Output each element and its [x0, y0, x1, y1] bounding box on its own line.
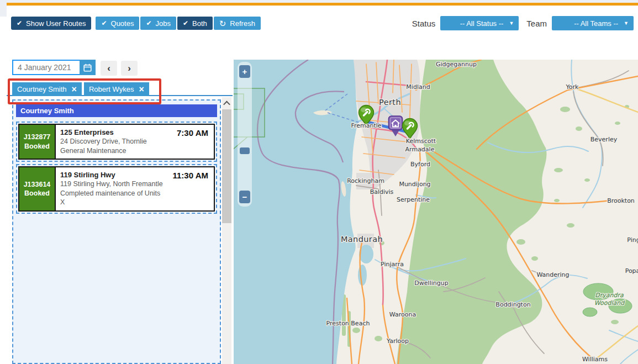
job-card-j133614[interactable]: J133614 Booked 119 Stirling Hwy 119 Stir… — [18, 166, 215, 212]
show-user-routes-button[interactable]: ✔ Show User Routes — [11, 17, 91, 30]
chevron-up-icon — [223, 101, 230, 108]
job-card-j132877[interactable]: J132877 Booked 125 Enterprises 24 Discov… — [18, 124, 215, 160]
check-icon: ✔ — [101, 20, 107, 27]
map-label-preston-beach: Preston Beach — [326, 320, 370, 327]
status-dropdown-value: -- All Status -- — [460, 19, 504, 28]
close-icon[interactable]: × — [72, 85, 77, 94]
user-chip-courtney-smith[interactable]: Courtney Smith × — [12, 82, 82, 96]
map-label-baldivis: Baldivis — [370, 188, 394, 196]
check-icon: ✔ — [183, 20, 188, 27]
both-label: Both — [192, 19, 207, 28]
show-user-routes-label: Show User Routes — [26, 19, 86, 28]
chevron-down-icon: ▼ — [509, 20, 514, 26]
close-icon[interactable]: × — [139, 85, 144, 94]
map-label-waroona: Waroona — [389, 311, 416, 318]
map-label-boddington: Boddington — [495, 301, 530, 308]
map-label-fremantle: Fremantle — [351, 122, 381, 129]
map-harvey-estuary — [358, 265, 367, 286]
map-label-gidgegannup: Gidgegannup — [436, 61, 477, 68]
map-tiles: GidgegannupMidlandPerthFremantleKelmscot… — [234, 60, 638, 364]
jobs-label: Jobs — [156, 19, 171, 28]
user-chip-robert-wykes[interactable]: Robert Wykes × — [84, 82, 149, 96]
refresh-button[interactable]: ↻ Refresh — [214, 17, 261, 30]
job-title: 125 Enterprises — [60, 128, 170, 137]
map-label-armadale: Armadale — [405, 146, 435, 153]
team-dropdown-value: -- All Teams -- — [574, 19, 618, 28]
quotes-jobs-toggle-group: ✔ Quotes ✔ Jobs ✔ Both ↻ Refresh — [96, 17, 260, 30]
map-label-dryandra: Dryandra — [595, 292, 624, 299]
map-label-yarloop: Yarloop — [386, 337, 409, 345]
dispatch-scheduler-page: ✔ Show User Routes ✔ Quotes ✔ Jobs ✔ Bot… — [0, 0, 638, 364]
team-dropdown[interactable]: -- All Teams -- ▼ — [552, 16, 634, 30]
page-left-edge — [0, 0, 7, 17]
job-time: 7:30 AM — [175, 125, 214, 159]
user-chip-label: Courtney Smith — [17, 85, 67, 93]
quotes-toggle-button[interactable]: ✔ Quotes — [96, 17, 139, 30]
job-status-badge: J132877 Booked — [19, 125, 56, 159]
refresh-label: Refresh — [230, 19, 255, 28]
map-zoom-control: + − — [238, 62, 252, 207]
previous-day-button[interactable]: ‹ — [101, 61, 117, 76]
map-label-rockingham: Rockingham — [347, 177, 384, 184]
refresh-icon: ↻ — [219, 19, 226, 28]
map-label-york: York — [566, 83, 579, 91]
status-label: Status — [412, 19, 436, 28]
chevron-right-icon: › — [128, 63, 131, 74]
user-group-header: Courtney Smith — [16, 104, 217, 117]
job-time: 11:30 AM — [171, 167, 214, 210]
map-label-wandering: Wandering — [536, 271, 569, 278]
job-description: Completed maintenance of Units X — [60, 189, 166, 207]
job-card-body: 119 Stirling Hwy 119 Stirling Hwy, North… — [56, 167, 171, 210]
scrollbar-thumb[interactable] — [222, 109, 231, 223]
quotes-label: Quotes — [111, 19, 134, 28]
job-drop-zone: Courtney Smith J132877 Booked 125 Enterp… — [12, 99, 221, 364]
job-description: General Maintenance — [60, 146, 170, 156]
job-address: 119 Stirling Hwy, North Fremantle — [60, 180, 166, 189]
check-icon: ✔ — [17, 20, 22, 27]
zoom-out-button[interactable]: − — [239, 191, 250, 203]
user-filter-chips: Courtney Smith × Robert Wykes × — [12, 82, 149, 96]
job-status-badge: J133614 Booked — [19, 167, 56, 210]
job-id: J132877 — [20, 133, 54, 141]
map-label-byford: Byford — [410, 161, 430, 168]
map-label-serpentine: Serpentine — [397, 196, 430, 203]
job-status: Booked — [20, 189, 54, 198]
map-label-brookton: Brookton — [607, 197, 635, 204]
toolbar-filters: Status -- All Status -- ▼ Team -- All Te… — [412, 16, 634, 30]
job-list-scrollbar[interactable] — [222, 97, 231, 364]
job-address: 24 Discovery Drive, Thornlie — [60, 137, 170, 146]
zoom-slider-handle[interactable] — [240, 147, 250, 154]
job-card-body: 125 Enterprises 24 Discovery Drive, Thor… — [56, 125, 175, 159]
calendar-icon — [83, 64, 92, 72]
team-label: Team — [526, 19, 547, 28]
calendar-button[interactable] — [80, 60, 96, 75]
brand-accent-bar — [7, 3, 638, 6]
date-input[interactable] — [12, 60, 80, 75]
map-label-perth: Perth — [379, 98, 401, 107]
map-canvas[interactable]: GidgegannupMidlandPerthFremantleKelmscot… — [234, 60, 638, 364]
next-day-button[interactable]: › — [121, 61, 138, 76]
chevron-left-icon: ‹ — [107, 63, 110, 74]
map-label-ping: Ping — [627, 236, 638, 244]
map-label-woodland: Woodland — [594, 299, 625, 307]
map-label-pinjarra: Pinjarra — [381, 261, 404, 268]
zoom-in-button[interactable]: + — [239, 65, 250, 78]
map-label-popa: Popa — [625, 267, 638, 275]
map-label-kelmscott: Kelmscott — [406, 138, 436, 145]
job-title: 119 Stirling Hwy — [60, 170, 166, 180]
map-label-mandurah: Mandurah — [341, 235, 383, 244]
status-dropdown[interactable]: -- All Status -- ▼ — [440, 16, 519, 30]
map-label-midland: Midland — [406, 83, 430, 91]
map-label-williams: Williams — [582, 356, 608, 363]
check-icon: ✔ — [146, 20, 151, 27]
map-label-dwellingup: Dwellingup — [414, 279, 448, 287]
both-toggle-button[interactable]: ✔ Both — [177, 17, 213, 30]
scrollbar-up-button[interactable] — [222, 97, 231, 109]
toolbar: ✔ Show User Routes ✔ Quotes ✔ Jobs ✔ Bot… — [11, 16, 634, 30]
map-label-beverley: Beverley — [590, 136, 618, 143]
chevron-down-icon: ▼ — [624, 20, 629, 26]
map-label-mundijong: Mundijong — [399, 181, 430, 188]
job-id: J133614 — [20, 180, 54, 189]
user-chip-label: Robert Wykes — [89, 85, 134, 93]
jobs-toggle-button[interactable]: ✔ Jobs — [140, 17, 176, 30]
